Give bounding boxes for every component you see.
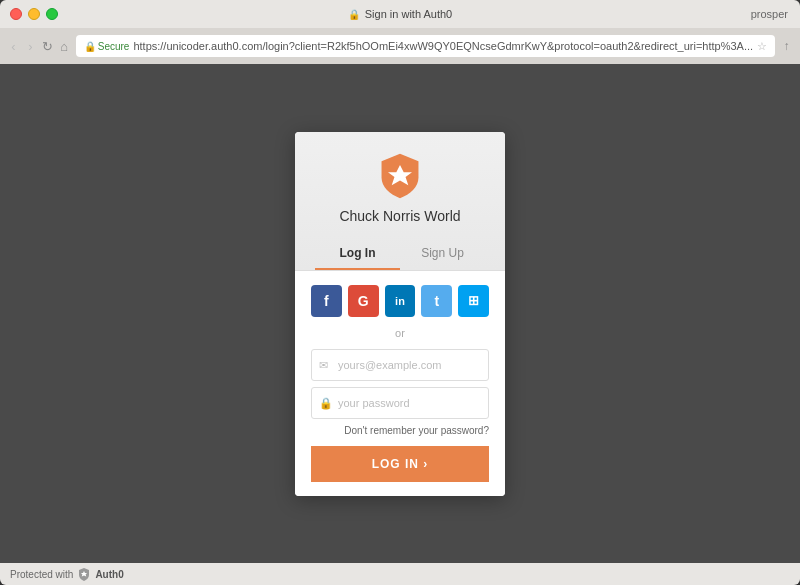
facebook-icon: f xyxy=(324,293,329,309)
maximize-button[interactable] xyxy=(46,8,58,20)
app-name: Chuck Norris World xyxy=(339,208,460,224)
browser-content: Chuck Norris World Log In Sign Up f G xyxy=(0,64,800,563)
windows-login-button[interactable]: ⊞ xyxy=(458,285,489,317)
auth-tabs: Log In Sign Up xyxy=(315,238,485,270)
email-input[interactable] xyxy=(311,349,489,381)
title-bar: 🔒 Sign in with Auth0 prosper xyxy=(0,0,800,28)
twitter-icon: t xyxy=(434,293,439,309)
bookmark-icon[interactable]: ☆ xyxy=(757,40,767,53)
auth0-shield-logo xyxy=(376,152,424,200)
lock-icon: 🔒 xyxy=(84,41,96,52)
email-input-group: ✉ xyxy=(311,349,489,381)
url-bar[interactable]: 🔒 Secure https://unicoder.auth0.com/logi… xyxy=(76,35,775,57)
login-card: Chuck Norris World Log In Sign Up f G xyxy=(295,132,505,496)
browser-bottom: Protected with Auth0 xyxy=(0,563,800,585)
back-button[interactable]: ‹ xyxy=(8,36,19,56)
tab-login[interactable]: Log In xyxy=(315,238,400,270)
app-name-label: prosper xyxy=(751,8,788,20)
password-input-group: 🔒 xyxy=(311,387,489,419)
url-text: https://unicoder.auth0.com/login?client=… xyxy=(133,40,753,52)
forgot-password-link[interactable]: Don't remember your password? xyxy=(311,425,489,436)
linkedin-icon: in xyxy=(395,295,405,307)
social-buttons: f G in t ⊞ xyxy=(311,285,489,317)
lock-field-icon: 🔒 xyxy=(319,396,333,409)
refresh-button[interactable]: ↻ xyxy=(42,36,53,56)
email-icon: ✉ xyxy=(319,358,328,371)
or-divider: or xyxy=(311,327,489,339)
tab-signup[interactable]: Sign Up xyxy=(400,238,485,270)
forward-button[interactable]: › xyxy=(25,36,36,56)
home-button[interactable]: ⌂ xyxy=(59,36,70,56)
twitter-login-button[interactable]: t xyxy=(421,285,452,317)
minimize-button[interactable] xyxy=(28,8,40,20)
card-body: f G in t ⊞ or xyxy=(295,271,505,496)
tab-title: Sign in with Auth0 xyxy=(365,8,452,20)
traffic-lights xyxy=(10,8,58,20)
browser-window: 🔒 Sign in with Auth0 prosper ‹ › ↻ ⌂ 🔒 S… xyxy=(0,0,800,585)
protected-text: Protected with Auth0 xyxy=(10,567,124,581)
login-button[interactable]: LOG IN › xyxy=(311,446,489,482)
secure-badge: 🔒 Secure xyxy=(84,41,130,52)
close-button[interactable] xyxy=(10,8,22,20)
windows-icon: ⊞ xyxy=(468,293,479,308)
secure-label: Secure xyxy=(98,41,130,52)
tab-lock-icon: 🔒 xyxy=(348,9,360,20)
protected-label: Protected with xyxy=(10,569,73,580)
google-login-button[interactable]: G xyxy=(348,285,379,317)
card-header: Chuck Norris World Log In Sign Up xyxy=(295,132,505,271)
address-bar: ‹ › ↻ ⌂ 🔒 Secure https://unicoder.auth0.… xyxy=(0,28,800,64)
google-icon: G xyxy=(358,293,369,309)
facebook-login-button[interactable]: f xyxy=(311,285,342,317)
title-bar-center: 🔒 Sign in with Auth0 xyxy=(348,8,452,20)
auth0-footer-label: Auth0 xyxy=(95,569,123,580)
linkedin-login-button[interactable]: in xyxy=(385,285,416,317)
share-button[interactable]: ↑ xyxy=(781,36,792,56)
auth0-footer-logo xyxy=(77,567,91,581)
password-input[interactable] xyxy=(311,387,489,419)
